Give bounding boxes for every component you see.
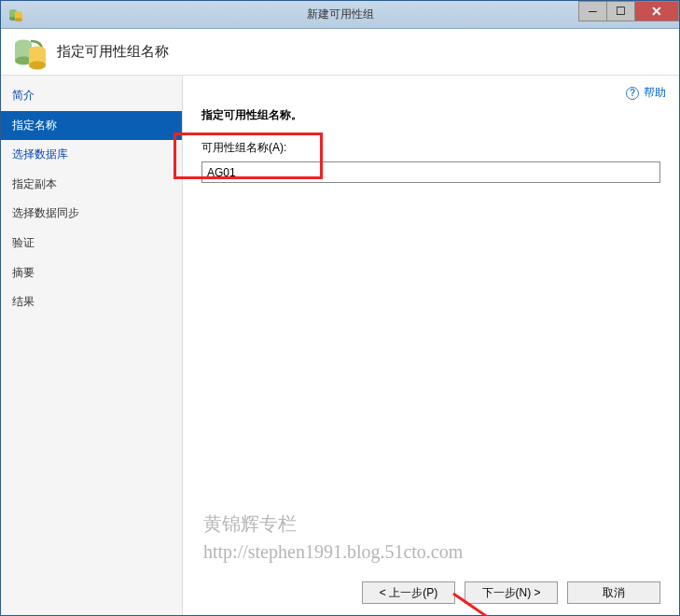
sidebar-item-7: 结果 [1, 287, 182, 317]
sidebar-item-3: 指定副本 [1, 170, 182, 200]
sidebar-item-4: 选择数据同步 [1, 199, 182, 229]
window-title: 新建可用性组 [307, 7, 374, 22]
instruction-text: 指定可用性组名称。 [201, 107, 660, 123]
titlebar: 新建可用性组 ─ ☐ ✕ [1, 1, 679, 29]
wizard-body: 简介指定名称选择数据库指定副本选择数据同步验证摘要结果 ? 帮助 指定可用性组名… [1, 76, 679, 615]
help-label: 帮助 [644, 85, 666, 101]
svg-point-5 [15, 18, 22, 21]
svg-point-12 [29, 61, 46, 69]
sidebar-item-2[interactable]: 选择数据库 [1, 140, 182, 170]
cancel-button[interactable]: 取消 [567, 581, 660, 604]
minimize-button[interactable]: ─ [578, 1, 606, 21]
wizard-sidebar: 简介指定名称选择数据库指定副本选择数据同步验证摘要结果 [1, 76, 183, 615]
sidebar-item-6: 摘要 [1, 259, 182, 288]
sidebar-item-0[interactable]: 简介 [1, 81, 182, 111]
name-field-label: 可用性组名称(A): [201, 140, 660, 156]
close-button[interactable]: ✕ [634, 1, 679, 21]
maximize-button[interactable]: ☐ [606, 1, 634, 21]
next-button[interactable]: 下一步(N) > [465, 581, 558, 604]
app-icon [8, 7, 23, 22]
wizard-main: ? 帮助 指定可用性组名称。 可用性组名称(A): < 上一步(P) 下一步(N… [183, 76, 679, 615]
availability-group-name-input[interactable] [201, 161, 660, 183]
wizard-window: 新建可用性组 ─ ☐ ✕ 指定可用性组名称 简介指定名称选择数据库指定副 [0, 0, 680, 616]
wizard-header: 指定可用性组名称 [1, 29, 679, 76]
wizard-header-icon [12, 35, 46, 69]
previous-button[interactable]: < 上一步(P) [362, 581, 455, 604]
wizard-page-title: 指定可用性组名称 [57, 43, 169, 61]
sidebar-item-5: 验证 [1, 229, 182, 259]
help-icon: ? [626, 87, 639, 100]
window-controls: ─ ☐ ✕ [578, 1, 679, 21]
sidebar-item-1[interactable]: 指定名称 [1, 111, 182, 141]
name-field-block: 可用性组名称(A): [201, 140, 660, 183]
help-link[interactable]: ? 帮助 [626, 85, 666, 101]
wizard-footer: < 上一步(P) 下一步(N) > 取消 [201, 570, 660, 604]
